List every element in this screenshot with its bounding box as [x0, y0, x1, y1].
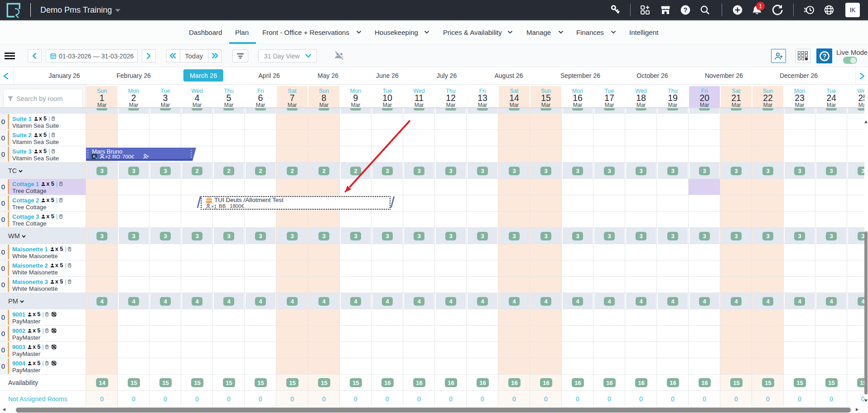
svg-text:?: ? — [684, 6, 688, 14]
svg-text:?: ? — [822, 53, 826, 60]
